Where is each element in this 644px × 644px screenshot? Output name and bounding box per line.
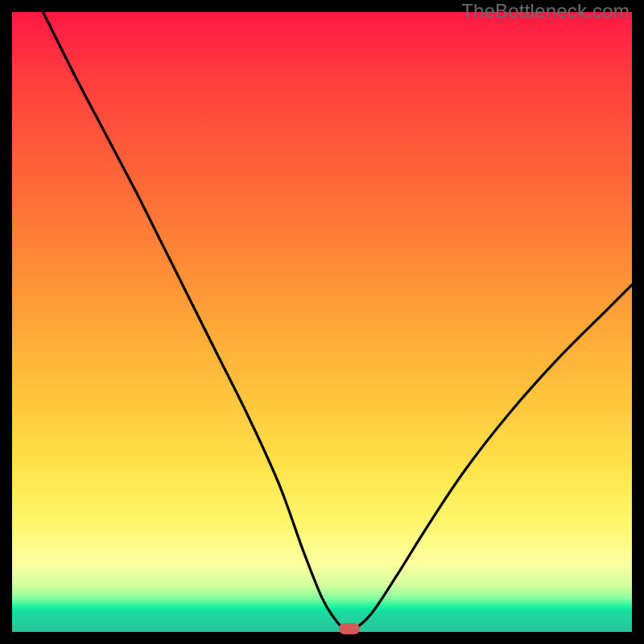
optimal-point-marker — [339, 623, 360, 634]
chart-frame: TheBottleneck.com — [0, 0, 644, 644]
bottleneck-curve — [12, 12, 632, 632]
curve-path — [43, 12, 633, 630]
watermark-text: TheBottleneck.com — [461, 0, 630, 23]
